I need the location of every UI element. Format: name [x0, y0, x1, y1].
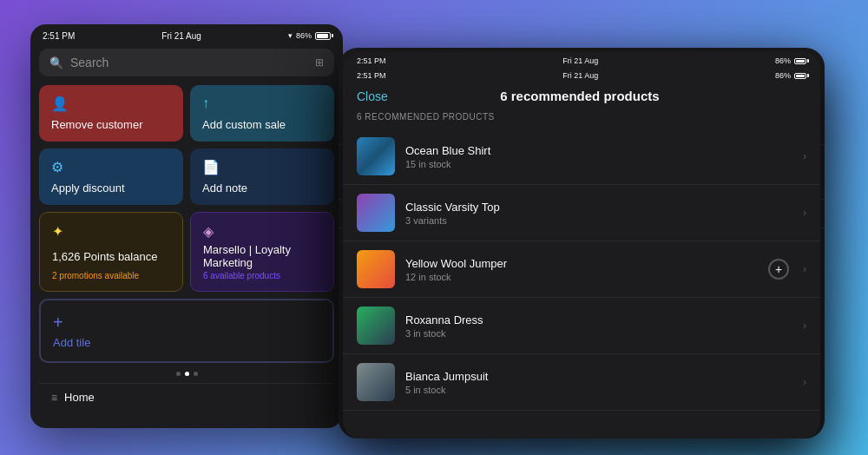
add-to-cart-button[interactable]: +	[768, 259, 789, 280]
product-img-bianca	[357, 363, 395, 401]
tablet-back: 2:51 PM Fri 21 Aug ▾ 86% 🔍 Search ⊞ 👤 Re…	[30, 24, 343, 428]
star-icon: ✦	[52, 223, 170, 240]
status-date: Fri 21 Aug	[161, 31, 201, 41]
product-stock: 12 in stock	[405, 272, 796, 282]
tile-add[interactable]: + Add tile	[39, 299, 334, 363]
tile-marsello[interactable]: ◈ Marsello | Loyalty Marketing 6 availab…	[190, 212, 334, 292]
product-img-roxanna	[357, 307, 395, 345]
product-list: Ocean Blue Shirt 15 in stock › Classic V…	[343, 129, 820, 411]
product-info: Ocean Blue Shirt 15 in stock	[405, 144, 803, 169]
tile-sublabel-points: 2 promotions available	[52, 271, 170, 280]
rec-section-label: 6 RECOMMENDED PRODUCTS	[343, 112, 820, 129]
product-name: Classic Varsity Top	[405, 201, 803, 214]
chevron-right-icon: ›	[803, 207, 806, 219]
recommended-panel: 2:51 PM Fri 21 Aug 86% 2:51 PM Fri 21 Au…	[343, 52, 820, 439]
tile-label-points: 1,626 Points balance	[52, 250, 170, 263]
rec-time-2: 2:51 PM	[357, 71, 386, 80]
home-label: Home	[64, 391, 95, 404]
tile-add-label: Add tile	[53, 336, 90, 349]
rec-status-top: 2:51 PM Fri 21 Aug 86%	[343, 52, 820, 69]
product-stock: 3 in stock	[405, 328, 803, 339]
tile-apply-discount[interactable]: ⚙ Apply discount	[39, 148, 183, 205]
product-img-blue-shirt	[357, 137, 395, 175]
product-item-roxanna-dress[interactable]: Roxanna Dress 3 in stock ›	[343, 298, 820, 354]
plus-icon: +	[53, 313, 63, 333]
dot-2	[185, 372, 189, 376]
tile-sublabel-marsello: 6 available products	[203, 271, 321, 280]
product-item-bianca-jumpsuit[interactable]: Bianca Jumpsuit 5 in stock ›	[343, 354, 820, 411]
product-name: Bianca Jumpsuit	[405, 370, 803, 383]
rec-battery-icon-2	[794, 73, 806, 79]
rec-panel-title: 6 recommended products	[500, 89, 659, 103]
loyalty-icon: ◈	[203, 223, 321, 240]
product-item-yellow-wool-jumper[interactable]: Yellow Wool Jumper 12 in stock + ›	[343, 241, 820, 298]
product-info: Roxanna Dress 3 in stock	[405, 313, 803, 339]
product-info: Classic Varsity Top 3 variants	[405, 201, 803, 226]
dot-3	[194, 372, 198, 376]
chevron-right-icon: ›	[803, 150, 806, 162]
status-bar-back: 2:51 PM Fri 21 Aug ▾ 86%	[30, 24, 343, 43]
chevron-right-icon: ›	[803, 376, 806, 388]
rec-nav: Close 6 recommended products	[343, 83, 820, 112]
product-name: Roxanna Dress	[405, 313, 803, 326]
battery-icon	[315, 32, 331, 40]
home-bar[interactable]: ≡ Home	[39, 383, 334, 411]
product-name: Ocean Blue Shirt	[405, 144, 803, 157]
tile-remove-customer[interactable]: 👤 Remove customer	[39, 85, 183, 142]
person-minus-icon: 👤	[51, 96, 171, 112]
rec-status-right-2: 86%	[775, 71, 806, 80]
rec-status-top2: 2:51 PM Fri 21 Aug 86%	[343, 69, 820, 83]
rec-status-right-1: 86%	[775, 56, 806, 65]
product-stock: 5 in stock	[405, 385, 803, 395]
note-icon: 📄	[202, 159, 322, 175]
product-stock: 15 in stock	[405, 159, 803, 169]
rec-battery-1: 86%	[775, 56, 791, 65]
menu-icon: ≡	[51, 392, 57, 404]
tile-label-marsello: Marsello | Loyalty Marketing	[203, 243, 321, 269]
product-item-classic-varsity-top[interactable]: Classic Varsity Top 3 variants ›	[343, 185, 820, 241]
product-info: Bianca Jumpsuit 5 in stock	[405, 370, 803, 395]
product-name: Yellow Wool Jumper	[405, 257, 796, 270]
tile-label-remove: Remove customer	[51, 118, 171, 131]
tile-label-custom-sale: Add custom sale	[202, 118, 322, 131]
battery-percent: 86%	[296, 31, 312, 40]
upload-icon: ↑	[202, 96, 322, 111]
close-button[interactable]: Close	[357, 89, 388, 103]
rec-time-1: 2:51 PM	[357, 56, 386, 65]
product-info: Yellow Wool Jumper 12 in stock	[405, 257, 796, 282]
tile-points[interactable]: ✦ 1,626 Points balance 2 promotions avai…	[39, 212, 183, 292]
tile-label-note: Add note	[202, 181, 322, 195]
filter-icon[interactable]: ⊞	[315, 56, 324, 69]
pagination-dots	[39, 372, 334, 376]
product-stock: 3 variants	[405, 215, 803, 226]
rec-battery-2: 86%	[775, 71, 791, 80]
rec-date-1: Fri 21 Aug	[562, 56, 598, 65]
rec-battery-icon-1	[794, 58, 806, 64]
status-time: 2:51 PM	[43, 31, 75, 41]
search-icon: 🔍	[49, 56, 63, 69]
wifi-icon: ▾	[288, 31, 293, 40]
tile-add-note[interactable]: 📄 Add note	[190, 148, 334, 205]
status-right: ▾ 86%	[288, 31, 331, 40]
search-bar[interactable]: 🔍 Search ⊞	[39, 49, 334, 76]
product-item-ocean-blue-shirt[interactable]: Ocean Blue Shirt 15 in stock ›	[343, 129, 820, 185]
product-img-varsity	[357, 194, 395, 232]
rec-date-2: Fri 21 Aug	[562, 71, 598, 80]
discount-icon: ⚙	[51, 159, 171, 175]
search-input[interactable]: Search	[70, 56, 308, 69]
dot-1	[176, 372, 181, 376]
chevron-right-icon: ›	[803, 263, 806, 275]
tiles-grid: 👤 Remove customer ↑ Add custom sale ⚙ Ap…	[39, 85, 334, 292]
chevron-right-icon: ›	[803, 320, 806, 332]
tile-add-custom-sale[interactable]: ↑ Add custom sale	[190, 85, 334, 142]
tile-label-discount: Apply discount	[51, 181, 171, 195]
product-img-wool	[357, 250, 395, 288]
